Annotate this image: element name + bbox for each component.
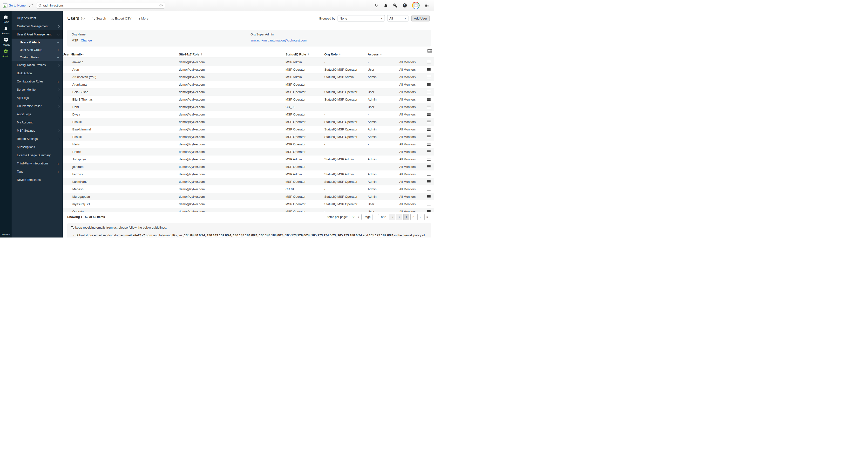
table-row[interactable]: Esakki demo@zylker.com MSP Operator Stat… xyxy=(63,133,434,140)
org-super-admin-email-link[interactable]: anwar.h+mspautomation@zohotest.com xyxy=(250,39,307,42)
row-actions-menu-icon[interactable] xyxy=(427,135,431,138)
sidebar-menu-item[interactable]: Users & Alerts + xyxy=(11,39,63,46)
table-row[interactable]: Biju S Thomas demo@zylker.com MSP Operat… xyxy=(63,96,434,103)
sidebar-menu-item[interactable]: Configuration Rules + xyxy=(11,77,63,86)
row-actions-menu-icon[interactable] xyxy=(427,68,431,71)
row-actions-menu-icon[interactable] xyxy=(427,188,431,190)
lightbulb-icon[interactable] xyxy=(374,3,378,8)
table-row[interactable]: Divya demo@zylker.com MSP Operator - - A… xyxy=(63,111,434,118)
sidebar-menu-item[interactable]: Custom Roles + xyxy=(11,54,63,61)
sidebar-menu-item[interactable]: MSP Settings + xyxy=(11,127,63,135)
table-row[interactable]: Esakki demo@zylker.com MSP Operator Stat… xyxy=(63,118,434,126)
sidebar-menu-item[interactable]: User Alert Group + xyxy=(11,46,63,54)
info-icon[interactable]: i xyxy=(81,17,85,20)
sidebar-menu-item[interactable]: Configuration Profiles + xyxy=(11,61,63,69)
table-row[interactable]: Operator demo@zylker.com MSP Operator - … xyxy=(63,208,434,212)
sidebar-menu-item[interactable]: Device Templates + xyxy=(11,176,63,184)
row-actions-menu-icon[interactable] xyxy=(427,165,431,168)
row-actions-menu-icon[interactable] xyxy=(427,158,431,161)
sidebar-menu-item[interactable]: Bulk Action + xyxy=(11,69,63,77)
scope-filter-select[interactable]: All ▼ xyxy=(387,15,408,22)
pagination-button[interactable]: ‹ xyxy=(396,214,402,220)
column-header[interactable]: StatusIQ Role ▲ ▲▼ xyxy=(285,53,324,56)
add-user-button[interactable]: Add User xyxy=(411,15,430,22)
table-row[interactable]: Arunselvan (You) demo@zylker.com MSP Adm… xyxy=(63,73,434,81)
sidebar-menu-item[interactable]: User & Alert Management + xyxy=(11,30,63,39)
row-actions-menu-icon[interactable] xyxy=(427,195,431,198)
table-row[interactable]: Arunkumar demo@zylker.com MSP Operator -… xyxy=(63,81,434,88)
table-row[interactable]: Arun demo@zylker.com MSP Operator Status… xyxy=(63,66,434,73)
avatar[interactable] xyxy=(412,2,420,9)
search-action-button[interactable]: Search xyxy=(92,17,106,20)
page-number-input[interactable] xyxy=(373,214,379,220)
clear-search-icon[interactable] xyxy=(159,4,163,7)
help-icon[interactable]: ? xyxy=(402,3,407,8)
pagination-button[interactable]: « xyxy=(390,214,395,220)
row-actions-menu-icon[interactable] xyxy=(427,210,431,212)
search-input[interactable] xyxy=(43,4,159,7)
row-actions-menu-icon[interactable] xyxy=(427,76,431,78)
row-actions-menu-icon[interactable] xyxy=(427,173,431,176)
table-row[interactable]: karthick demo@zylker.com MSP Admin Statu… xyxy=(63,170,434,178)
select-all-checkbox[interactable] xyxy=(66,49,66,53)
items-per-page-select[interactable]: 50 ▼ xyxy=(350,214,362,220)
column-header[interactable]: Access ▲ ▲▼ xyxy=(368,53,399,56)
sidebar-menu-item[interactable]: Help Assistant + xyxy=(11,14,63,22)
row-actions-menu-icon[interactable] xyxy=(427,128,431,131)
table-row[interactable]: Bela Susan demo@zylker.com MSP Operator … xyxy=(63,88,434,96)
pagination-button[interactable]: 2 xyxy=(410,214,416,220)
sidebar-menu-item[interactable]: License Usage Summary + xyxy=(11,151,63,159)
row-actions-menu-icon[interactable] xyxy=(427,143,431,146)
table-row[interactable]: jothiram demo@zylker.com MSP Operator - … xyxy=(63,163,434,170)
home-logo-link[interactable]: Go to Home xyxy=(0,3,28,8)
table-row[interactable]: Jothipriya demo@zylker.com MSP Admin Sta… xyxy=(63,156,434,163)
column-header[interactable]: User Name ▲ ▲▼ xyxy=(63,53,72,56)
grouped-by-select[interactable]: None ▼ xyxy=(338,15,385,22)
row-actions-menu-icon[interactable] xyxy=(427,203,431,205)
rail-item-alarms[interactable]: Alarms xyxy=(0,25,11,36)
pagination-button[interactable]: › xyxy=(417,214,423,220)
expand-icon[interactable] xyxy=(29,4,33,7)
sidebar-menu-item[interactable]: On-Premise Poller + xyxy=(11,102,63,110)
table-row[interactable]: myesuraj_21 demo@zylker.com MSP Operator… xyxy=(63,200,434,208)
sidebar-menu-item[interactable]: Report Settings + xyxy=(11,135,63,143)
row-actions-menu-icon[interactable] xyxy=(427,91,431,93)
table-row[interactable]: Harish demo@zylker.com MSP Operator - - … xyxy=(63,140,434,148)
sidebar-menu-item[interactable]: Audit Logs + xyxy=(11,110,63,118)
sidebar-menu-item[interactable]: AppLogs + xyxy=(11,94,63,102)
row-actions-menu-icon[interactable] xyxy=(427,105,431,108)
rail-item-home[interactable]: Home xyxy=(0,13,11,25)
table-row[interactable]: Esakkiammal demo@zylker.com MSP Operator… xyxy=(63,126,434,133)
table-row[interactable]: anwar.h demo@zylker.com MSP Admin - - Al… xyxy=(63,58,434,66)
table-row[interactable]: Hrithik demo@zylker.com MSP Operator - -… xyxy=(63,148,434,156)
sidebar-menu-item[interactable]: My Account + xyxy=(11,118,63,127)
table-row[interactable]: Mahesh demo@zylker.com CR 01 - Admin All… xyxy=(63,185,434,193)
notifications-bell-icon[interactable] xyxy=(383,3,388,8)
sidebar-menu-item[interactable]: Subscriptions + xyxy=(11,143,63,151)
row-actions-menu-icon[interactable] xyxy=(427,61,431,63)
table-row[interactable]: Dani demo@zylker.com CR_02 - User All Mo… xyxy=(63,103,434,111)
change-org-link[interactable]: Change xyxy=(81,39,92,42)
pagination-button[interactable]: 1 xyxy=(403,214,409,220)
row-actions-menu-icon[interactable] xyxy=(427,180,431,183)
table-row[interactable]: Laxmikanth demo@zylker.com MSP Operator … xyxy=(63,178,434,185)
column-chooser-icon[interactable] xyxy=(428,49,432,53)
pagination-button[interactable]: » xyxy=(424,214,430,220)
rail-item-admin[interactable]: Admin xyxy=(0,48,11,59)
column-header[interactable]: Site24x7 Role ▲ ▲▼ xyxy=(179,53,285,56)
sidebar-menu-item[interactable]: Third-Party Integrations + xyxy=(11,159,63,167)
row-actions-menu-icon[interactable] xyxy=(427,113,431,116)
export-csv-button[interactable]: Export CSV xyxy=(111,17,131,20)
column-header[interactable]: Email ▲ ▲▼ xyxy=(72,53,179,56)
sidebar-menu-item[interactable]: Server Monitor + xyxy=(11,86,63,94)
apps-grid-icon[interactable] xyxy=(425,3,429,7)
more-button[interactable]: More xyxy=(140,17,149,20)
row-actions-menu-icon[interactable] xyxy=(427,151,431,153)
wrench-icon[interactable] xyxy=(393,3,397,8)
row-actions-menu-icon[interactable] xyxy=(427,83,431,86)
column-header[interactable]: Org Role ▲ ▲▼ xyxy=(324,53,368,56)
rail-item-reports[interactable]: Reports xyxy=(0,36,11,48)
sidebar-menu-item[interactable]: Tags + xyxy=(11,167,63,176)
table-row[interactable]: Murugappan demo@zylker.com MSP Operator … xyxy=(63,193,434,200)
sidebar-menu-item[interactable]: Customer Management + xyxy=(11,22,63,30)
